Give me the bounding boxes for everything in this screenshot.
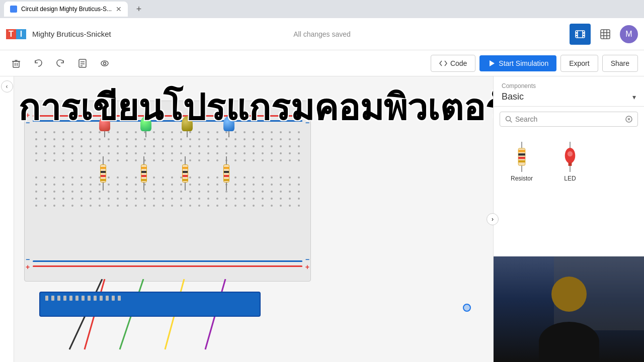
resistor-1[interactable] [100, 156, 106, 191]
component-item-resistor[interactable]: Resistor [502, 138, 542, 186]
svg-point-292 [298, 198, 300, 200]
svg-point-71 [198, 138, 200, 140]
svg-point-78 [262, 138, 264, 140]
svg-point-248 [171, 191, 173, 193]
arduino-pin [45, 296, 48, 301]
start-simulation-button[interactable]: Start Simulation [479, 55, 556, 71]
undo-button[interactable] [28, 53, 48, 73]
dropdown-arrow-icon[interactable]: ▾ [632, 93, 636, 101]
svg-point-97 [162, 145, 164, 147]
left-panel-nav-btn[interactable]: ‹ [1, 80, 13, 93]
svg-rect-343 [569, 162, 572, 166]
svg-point-205 [53, 184, 55, 186]
svg-point-162 [207, 159, 209, 161]
svg-point-94 [135, 145, 137, 147]
tab-close-btn[interactable]: ✕ [116, 5, 122, 13]
svg-point-142 [298, 152, 300, 154]
arduino-pin [118, 296, 121, 301]
svg-point-100 [189, 145, 191, 147]
svg-point-53 [35, 138, 37, 140]
svg-point-115 [53, 152, 55, 154]
svg-point-101 [198, 145, 200, 147]
svg-point-107 [253, 145, 255, 147]
svg-point-57 [71, 138, 73, 140]
project-name[interactable]: Mighty Bruticus-Snicket [32, 30, 111, 38]
search-clear-icon[interactable] [625, 116, 632, 123]
code-button[interactable]: Code [431, 55, 475, 72]
svg-point-197 [253, 176, 255, 178]
svg-point-233 [35, 191, 37, 193]
collapse-panel-btn[interactable]: › [487, 213, 499, 225]
resistor-4[interactable] [223, 156, 229, 191]
resistor-3[interactable] [182, 156, 188, 191]
resistor-1-bottom-leg [103, 183, 104, 191]
notes-button[interactable] [72, 53, 93, 73]
svg-point-54 [44, 138, 46, 140]
svg-point-59 [90, 138, 92, 140]
share-button[interactable]: Share [602, 55, 638, 72]
search-input[interactable] [515, 115, 622, 123]
svg-rect-0 [576, 31, 585, 38]
svg-point-304 [135, 205, 137, 207]
component-item-led[interactable]: LED [550, 138, 590, 186]
svg-point-126 [153, 152, 155, 154]
svg-point-140 [280, 152, 282, 154]
svg-point-86 [62, 145, 64, 147]
components-category-select[interactable]: Basic ▾ [502, 92, 636, 102]
code-label: Code [450, 59, 467, 67]
svg-point-281 [198, 198, 200, 200]
minus-label-bottom-left: − [26, 255, 30, 263]
svg-point-241 [108, 191, 110, 193]
tab-favicon [10, 6, 17, 13]
svg-point-312 [207, 205, 209, 207]
svg-point-246 [153, 191, 155, 193]
arduino-pin [51, 296, 54, 301]
svg-point-242 [117, 191, 119, 193]
svg-point-237 [71, 191, 73, 193]
new-tab-button[interactable]: + [132, 2, 146, 16]
svg-rect-336 [518, 153, 525, 155]
delete-button[interactable] [6, 53, 26, 73]
svg-point-226 [244, 184, 246, 186]
svg-point-239 [90, 191, 92, 193]
browser-tab[interactable]: Circuit design Mighty Bruticus-S... ✕ [4, 2, 128, 17]
canvas-area[interactable]: การเขียนโปรแกรมคอมพิวเตอร์ในงานควบคมไฟฟ้… [14, 76, 493, 362]
svg-point-143 [35, 159, 37, 161]
svg-point-316 [244, 205, 246, 207]
svg-point-289 [271, 198, 273, 200]
arduino-pin [57, 296, 60, 301]
svg-point-305 [144, 205, 146, 207]
table-icon-btn[interactable] [595, 24, 616, 45]
resistor-2[interactable] [141, 156, 147, 191]
svg-point-223 [216, 184, 218, 186]
svg-point-274 [135, 198, 137, 200]
minus-label-bottom-right: − [305, 255, 309, 263]
search-box[interactable] [500, 112, 638, 127]
arduino-pin [63, 296, 66, 301]
svg-point-131 [198, 152, 200, 154]
svg-point-127 [162, 152, 164, 154]
export-button[interactable]: Export [560, 55, 598, 72]
svg-point-169 [271, 159, 273, 161]
avatar[interactable]: M [620, 25, 638, 43]
arduino-pin [100, 296, 103, 301]
svg-point-117 [71, 152, 73, 154]
app-header: T I Mighty Bruticus-Snicket All changes … [0, 18, 644, 50]
svg-point-195 [234, 176, 236, 178]
svg-point-112 [298, 145, 300, 147]
svg-point-148 [80, 159, 83, 161]
film-icon [575, 29, 586, 40]
svg-point-192 [207, 176, 209, 178]
svg-point-293 [35, 205, 37, 207]
redo-button[interactable] [50, 53, 70, 73]
resistor-4-top-leg [226, 156, 227, 164]
led-label: LED [564, 175, 576, 182]
film-icon-btn[interactable] [570, 24, 591, 45]
components-label: Components [502, 82, 636, 89]
eye-button[interactable] [95, 53, 115, 73]
start-sim-label: Start Simulation [499, 59, 548, 67]
breadboard-dots [32, 129, 303, 269]
svg-point-98 [171, 145, 173, 147]
svg-point-122 [117, 152, 119, 154]
svg-point-161 [198, 159, 200, 161]
